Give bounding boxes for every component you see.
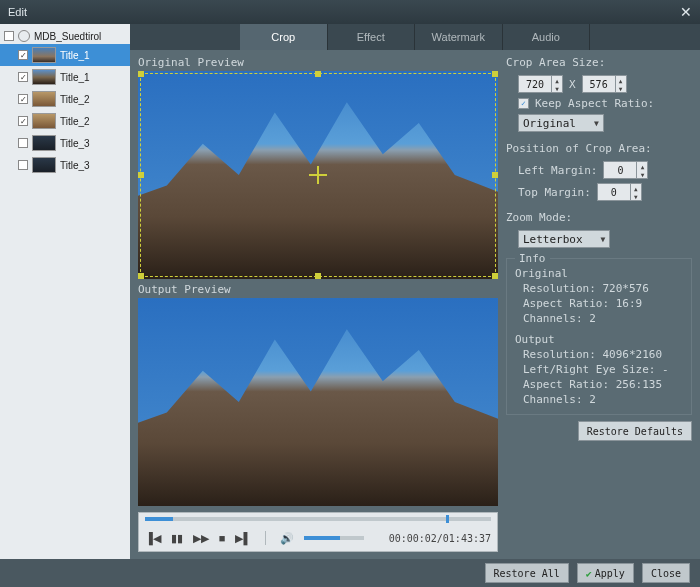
sidebar-item-label: Title_1 [60, 50, 90, 61]
top-margin-input[interactable] [598, 187, 630, 198]
info-out-res: Resolution: 4096*2160 [523, 348, 683, 361]
tab-watermark[interactable]: Watermark [415, 24, 503, 50]
output-preview [138, 298, 498, 506]
tab-effect[interactable]: Effect [328, 24, 416, 50]
left-margin-stepper[interactable]: ▲▼ [603, 161, 648, 179]
crop-height-stepper[interactable]: ▲▼ [582, 75, 627, 93]
volume-slider[interactable] [304, 536, 364, 540]
top-margin-stepper[interactable]: ▲▼ [597, 183, 642, 201]
thumbnail [32, 135, 56, 151]
left-margin-input[interactable] [604, 165, 636, 176]
ff-button[interactable]: ▶▶ [193, 532, 209, 545]
zoom-mode-label: Zoom Mode: [506, 211, 692, 224]
info-out-ar: Aspect Ratio: 256:135 [523, 378, 683, 391]
checkbox-icon[interactable] [18, 50, 28, 60]
info-output-header: Output [515, 333, 683, 346]
sidebar-item-label: Title_3 [60, 160, 90, 171]
footer: Restore All ✔Apply Close [0, 559, 700, 587]
volume-icon[interactable]: 🔊 [280, 532, 294, 545]
checkbox-icon[interactable] [18, 160, 28, 170]
sidebar-item[interactable]: Title_1 [0, 44, 130, 66]
crosshair-icon[interactable] [309, 166, 327, 184]
zoom-mode-select[interactable]: Letterbox▼ [518, 230, 610, 248]
refresh-icon[interactable] [18, 30, 30, 42]
close-icon[interactable]: ✕ [680, 4, 692, 20]
original-preview[interactable] [138, 71, 498, 279]
checkbox-icon[interactable] [18, 116, 28, 126]
pause-button[interactable]: ▮▮ [171, 532, 183, 545]
sidebar-item[interactable]: Title_2 [0, 88, 130, 110]
next-button[interactable]: ▶▌ [235, 532, 251, 545]
info-panel: Info Original Resolution: 720*576 Aspect… [506, 258, 692, 415]
progress-bar[interactable] [139, 513, 497, 525]
left-margin-label: Left Margin: [518, 164, 597, 177]
sidebar-root-label: MDB_Suedtirol [34, 31, 101, 42]
crop-pos-label: Position of Crop Area: [506, 142, 692, 155]
window-title: Edit [8, 6, 27, 18]
restore-defaults-button[interactable]: Restore Defaults [578, 421, 692, 441]
sidebar-item[interactable]: Title_1 [0, 66, 130, 88]
player: ▐◀ ▮▮ ▶▶ ■ ▶▌ 🔊 00:00:02/01:43:37 [138, 512, 498, 552]
thumbnail [32, 47, 56, 63]
apply-button[interactable]: ✔Apply [577, 563, 634, 583]
info-orig-res: Resolution: 720*576 [523, 282, 683, 295]
sidebar-item[interactable]: Title_3 [0, 132, 130, 154]
crop-height-input[interactable] [583, 79, 615, 90]
info-out-ch: Channels: 2 [523, 393, 683, 406]
sidebar-item-label: Title_2 [60, 94, 90, 105]
tab-audio[interactable]: Audio [503, 24, 591, 50]
title-bar: Edit ✕ [0, 0, 700, 24]
info-legend: Info [515, 252, 550, 265]
keep-aspect-checkbox[interactable] [518, 98, 529, 109]
thumbnail [32, 113, 56, 129]
sidebar-root[interactable]: MDB_Suedtirol [0, 28, 130, 44]
original-preview-label: Original Preview [138, 56, 498, 69]
tab-crop[interactable]: Crop [240, 24, 328, 50]
aspect-ratio-select[interactable]: Original▼ [518, 114, 604, 132]
checkbox-icon[interactable] [18, 138, 28, 148]
info-orig-ch: Channels: 2 [523, 312, 683, 325]
output-preview-label: Output Preview [138, 283, 498, 296]
sidebar-item-label: Title_2 [60, 116, 90, 127]
sidebar-item[interactable]: Title_2 [0, 110, 130, 132]
keep-aspect-label: Keep Aspect Ratio: [535, 97, 654, 110]
thumbnail [32, 91, 56, 107]
sidebar-item-label: Title_3 [60, 138, 90, 149]
sidebar-item-label: Title_1 [60, 72, 90, 83]
thumbnail [32, 157, 56, 173]
info-orig-ar: Aspect Ratio: 16:9 [523, 297, 683, 310]
sidebar: MDB_Suedtirol Title_1Title_1Title_2Title… [0, 24, 130, 559]
info-out-eye: Left/Right Eye Size: - [523, 363, 683, 376]
crop-width-input[interactable] [519, 79, 551, 90]
crop-size-label: Crop Area Size: [506, 56, 692, 69]
checkbox-icon[interactable] [18, 94, 28, 104]
thumbnail [32, 69, 56, 85]
restore-all-button[interactable]: Restore All [485, 563, 569, 583]
time-display: 00:00:02/01:43:37 [389, 533, 491, 544]
checkbox-icon[interactable] [4, 31, 14, 41]
close-button[interactable]: Close [642, 563, 690, 583]
check-icon: ✔ [586, 568, 592, 579]
prev-button[interactable]: ▐◀ [145, 532, 161, 545]
stop-button[interactable]: ■ [219, 532, 226, 544]
crop-width-stepper[interactable]: ▲▼ [518, 75, 563, 93]
info-original-header: Original [515, 267, 683, 280]
size-sep: X [569, 78, 576, 91]
sidebar-item[interactable]: Title_3 [0, 154, 130, 176]
tabs: CropEffectWatermarkAudio [130, 24, 700, 50]
top-margin-label: Top Margin: [518, 186, 591, 199]
checkbox-icon[interactable] [18, 72, 28, 82]
